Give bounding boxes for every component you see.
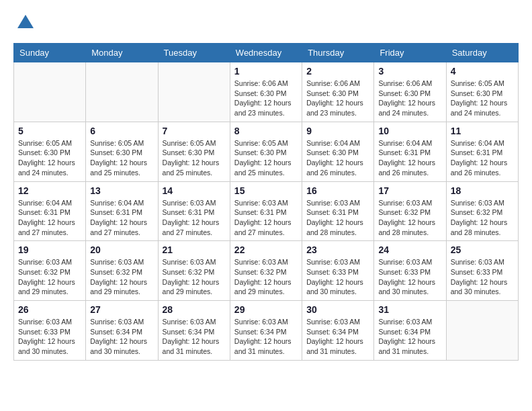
day-info: Sunrise: 6:03 AM Sunset: 6:32 PM Dayligh… — [163, 257, 226, 297]
day-number: 5 — [18, 126, 81, 136]
calendar-cell: 6Sunrise: 6:05 AM Sunset: 6:30 PM Daylig… — [86, 122, 158, 181]
calendar-cell: 22Sunrise: 6:03 AM Sunset: 6:32 PM Dayli… — [230, 241, 302, 301]
day-number: 15 — [234, 185, 298, 196]
calendar-cell — [86, 62, 158, 122]
day-number: 27 — [90, 304, 153, 315]
calendar-cell: 4Sunrise: 6:05 AM Sunset: 6:30 PM Daylig… — [446, 62, 518, 122]
calendar-cell: 10Sunrise: 6:04 AM Sunset: 6:31 PM Dayli… — [374, 122, 446, 181]
day-info: Sunrise: 6:03 AM Sunset: 6:34 PM Dayligh… — [163, 317, 226, 357]
day-number: 13 — [90, 185, 153, 196]
calendar-cell — [158, 62, 230, 122]
day-number: 26 — [18, 304, 81, 315]
day-info: Sunrise: 6:03 AM Sunset: 6:34 PM Dayligh… — [234, 317, 298, 357]
day-number: 4 — [451, 66, 514, 77]
weekday-header-sunday: Sunday — [14, 44, 86, 62]
calendar-cell: 15Sunrise: 6:03 AM Sunset: 6:31 PM Dayli… — [230, 181, 302, 241]
day-info: Sunrise: 6:03 AM Sunset: 6:31 PM Dayligh… — [306, 198, 369, 238]
day-number: 3 — [378, 66, 441, 77]
day-number: 1 — [234, 66, 298, 77]
day-info: Sunrise: 6:06 AM Sunset: 6:30 PM Dayligh… — [306, 79, 369, 118]
calendar-week-row: 1Sunrise: 6:06 AM Sunset: 6:30 PM Daylig… — [14, 62, 519, 122]
day-number: 16 — [306, 185, 369, 196]
day-number: 8 — [234, 126, 298, 136]
day-number: 30 — [306, 304, 369, 315]
day-info: Sunrise: 6:03 AM Sunset: 6:32 PM Dayligh… — [90, 257, 153, 297]
day-info: Sunrise: 6:06 AM Sunset: 6:30 PM Dayligh… — [234, 79, 298, 118]
day-info: Sunrise: 6:03 AM Sunset: 6:33 PM Dayligh… — [18, 317, 81, 357]
calendar-cell: 16Sunrise: 6:03 AM Sunset: 6:31 PM Dayli… — [302, 181, 374, 241]
calendar-cell: 30Sunrise: 6:03 AM Sunset: 6:34 PM Dayli… — [302, 301, 374, 361]
calendar-cell: 29Sunrise: 6:03 AM Sunset: 6:34 PM Dayli… — [230, 301, 302, 361]
calendar-cell: 18Sunrise: 6:03 AM Sunset: 6:32 PM Dayli… — [446, 181, 518, 241]
weekday-header-wednesday: Wednesday — [230, 44, 302, 62]
day-info: Sunrise: 6:03 AM Sunset: 6:32 PM Dayligh… — [18, 257, 81, 297]
day-info: Sunrise: 6:03 AM Sunset: 6:34 PM Dayligh… — [306, 317, 369, 357]
day-number: 28 — [163, 304, 226, 315]
day-info: Sunrise: 6:03 AM Sunset: 6:32 PM Dayligh… — [451, 198, 514, 238]
calendar-cell: 11Sunrise: 6:04 AM Sunset: 6:31 PM Dayli… — [446, 122, 518, 181]
calendar-cell: 8Sunrise: 6:05 AM Sunset: 6:30 PM Daylig… — [230, 122, 302, 181]
calendar-cell: 25Sunrise: 6:03 AM Sunset: 6:33 PM Dayli… — [446, 241, 518, 301]
calendar-cell: 1Sunrise: 6:06 AM Sunset: 6:30 PM Daylig… — [230, 62, 302, 122]
day-number: 22 — [234, 244, 298, 255]
calendar-cell: 28Sunrise: 6:03 AM Sunset: 6:34 PM Dayli… — [158, 301, 230, 361]
day-info: Sunrise: 6:04 AM Sunset: 6:31 PM Dayligh… — [378, 138, 441, 178]
calendar-cell: 31Sunrise: 6:03 AM Sunset: 6:34 PM Dayli… — [374, 301, 446, 361]
calendar-cell: 23Sunrise: 6:03 AM Sunset: 6:33 PM Dayli… — [302, 241, 374, 301]
day-info: Sunrise: 6:03 AM Sunset: 6:34 PM Dayligh… — [90, 317, 153, 357]
day-number: 9 — [306, 126, 369, 136]
day-info: Sunrise: 6:03 AM Sunset: 6:31 PM Dayligh… — [234, 198, 298, 238]
page-header — [13, 13, 519, 32]
day-number: 2 — [306, 66, 369, 77]
day-info: Sunrise: 6:03 AM Sunset: 6:33 PM Dayligh… — [306, 257, 369, 297]
calendar-cell: 20Sunrise: 6:03 AM Sunset: 6:32 PM Dayli… — [86, 241, 158, 301]
weekday-header-thursday: Thursday — [302, 44, 374, 62]
day-info: Sunrise: 6:05 AM Sunset: 6:30 PM Dayligh… — [451, 79, 514, 118]
day-info: Sunrise: 6:05 AM Sunset: 6:30 PM Dayligh… — [163, 138, 226, 178]
logo — [13, 13, 35, 32]
calendar-week-row: 5Sunrise: 6:05 AM Sunset: 6:30 PM Daylig… — [14, 122, 519, 181]
day-info: Sunrise: 6:03 AM Sunset: 6:32 PM Dayligh… — [234, 257, 298, 297]
calendar-cell: 5Sunrise: 6:05 AM Sunset: 6:30 PM Daylig… — [14, 122, 86, 181]
calendar-cell: 27Sunrise: 6:03 AM Sunset: 6:34 PM Dayli… — [86, 301, 158, 361]
day-info: Sunrise: 6:04 AM Sunset: 6:31 PM Dayligh… — [90, 198, 153, 238]
day-info: Sunrise: 6:05 AM Sunset: 6:30 PM Dayligh… — [90, 138, 153, 178]
day-number: 19 — [18, 244, 81, 255]
calendar-cell: 2Sunrise: 6:06 AM Sunset: 6:30 PM Daylig… — [302, 62, 374, 122]
day-number: 12 — [18, 185, 81, 196]
calendar-cell: 26Sunrise: 6:03 AM Sunset: 6:33 PM Dayli… — [14, 301, 86, 361]
weekday-header-tuesday: Tuesday — [158, 44, 230, 62]
day-info: Sunrise: 6:03 AM Sunset: 6:33 PM Dayligh… — [378, 257, 441, 297]
calendar-week-row: 12Sunrise: 6:04 AM Sunset: 6:31 PM Dayli… — [14, 181, 519, 241]
day-number: 18 — [451, 185, 514, 196]
calendar-cell: 9Sunrise: 6:04 AM Sunset: 6:30 PM Daylig… — [302, 122, 374, 181]
day-number: 31 — [378, 304, 441, 315]
day-number: 14 — [163, 185, 226, 196]
calendar-cell: 14Sunrise: 6:03 AM Sunset: 6:31 PM Dayli… — [158, 181, 230, 241]
day-number: 25 — [451, 244, 514, 255]
calendar-cell — [446, 301, 518, 361]
weekday-header-monday: Monday — [86, 44, 158, 62]
day-number: 11 — [451, 126, 514, 136]
day-number: 29 — [234, 304, 298, 315]
weekday-header-saturday: Saturday — [446, 44, 518, 62]
day-info: Sunrise: 6:03 AM Sunset: 6:31 PM Dayligh… — [163, 198, 226, 238]
day-info: Sunrise: 6:04 AM Sunset: 6:31 PM Dayligh… — [451, 138, 514, 178]
calendar-week-row: 26Sunrise: 6:03 AM Sunset: 6:33 PM Dayli… — [14, 301, 519, 361]
calendar-cell — [14, 62, 86, 122]
weekday-header-friday: Friday — [374, 44, 446, 62]
day-info: Sunrise: 6:03 AM Sunset: 6:32 PM Dayligh… — [378, 198, 441, 238]
calendar-cell: 12Sunrise: 6:04 AM Sunset: 6:31 PM Dayli… — [14, 181, 86, 241]
day-number: 23 — [306, 244, 369, 255]
calendar-cell: 3Sunrise: 6:06 AM Sunset: 6:30 PM Daylig… — [374, 62, 446, 122]
calendar-table: SundayMondayTuesdayWednesdayThursdayFrid… — [13, 43, 519, 361]
calendar-cell: 24Sunrise: 6:03 AM Sunset: 6:33 PM Dayli… — [374, 241, 446, 301]
day-info: Sunrise: 6:04 AM Sunset: 6:30 PM Dayligh… — [306, 138, 369, 178]
day-info: Sunrise: 6:06 AM Sunset: 6:30 PM Dayligh… — [378, 79, 441, 118]
day-number: 10 — [378, 126, 441, 136]
calendar-cell: 21Sunrise: 6:03 AM Sunset: 6:32 PM Dayli… — [158, 241, 230, 301]
day-number: 7 — [163, 126, 226, 136]
weekday-header-row: SundayMondayTuesdayWednesdayThursdayFrid… — [14, 44, 519, 62]
day-info: Sunrise: 6:03 AM Sunset: 6:34 PM Dayligh… — [378, 317, 441, 357]
calendar-week-row: 19Sunrise: 6:03 AM Sunset: 6:32 PM Dayli… — [14, 241, 519, 301]
